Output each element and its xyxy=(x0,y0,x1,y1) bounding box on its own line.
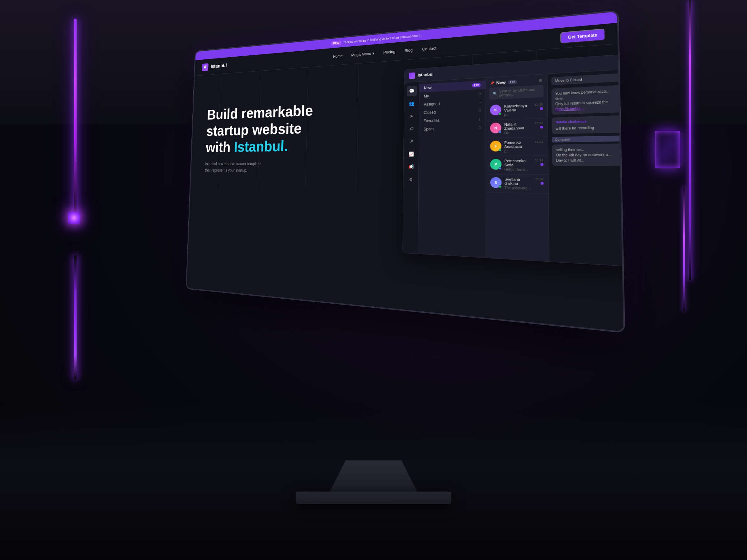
chat-list-panel: 📌 New 112 ⚙ 🔍 Search by chats and people… xyxy=(486,74,549,261)
chat-preview-1: p... xyxy=(504,112,532,117)
sidebar-icon-settings[interactable]: ⚙ xyxy=(406,174,416,185)
chat-time-1: 12:35 xyxy=(535,103,543,106)
neon-light-left-top xyxy=(74,19,77,221)
conv-new-badge: 112 xyxy=(472,83,481,87)
conv-closed-left: Closed xyxy=(423,110,436,115)
chat-info-2: Natalia Zhadanova Ok xyxy=(504,122,532,135)
chat-meta-4: 11:14 xyxy=(535,159,543,166)
conv-favorites-left: Favorites xyxy=(423,118,439,123)
chat-meta-1: 12:35 xyxy=(535,103,543,110)
message-bubble-2: Natalia Zhadanova will there be recordin… xyxy=(552,115,623,134)
avatar-5: S xyxy=(490,177,502,188)
unread-dot-4 xyxy=(540,163,543,166)
neon-light-left-bottom xyxy=(74,255,77,379)
sidebar-icon-speaker[interactable]: 📢 xyxy=(406,161,416,172)
nav-mega-menu[interactable]: Mega Menu ▾ xyxy=(351,51,375,58)
sidebar-icon-chat[interactable]: 💬 xyxy=(407,85,417,96)
get-template-button[interactable]: Get Template xyxy=(560,28,606,44)
status-dot-3 xyxy=(499,149,501,152)
chat-name-2: Natalia Zhadanova xyxy=(504,122,532,131)
chat-item-5[interactable]: S Svetlana Galkina The password is not c… xyxy=(486,175,548,194)
conv-my-count: 0 xyxy=(479,91,481,96)
status-dot-2 xyxy=(499,131,501,133)
conv-favorites-label: Favorites xyxy=(423,118,439,123)
hero-title-accent: Istanbul. xyxy=(234,137,288,155)
chat-item-3[interactable]: F Fomenko Anastasia p... 11:31 xyxy=(486,137,548,156)
banner-new-badge: NEW xyxy=(332,41,341,46)
conv-new-label: New xyxy=(424,85,432,90)
hero-content: Build remarkable startup website with Is… xyxy=(205,101,335,174)
message-sender-name: Natalia Zhadanova xyxy=(556,118,619,125)
avatar-3: F xyxy=(490,141,502,152)
gear-icon[interactable]: ⚙ xyxy=(538,78,542,83)
app-sidebar: 💬 👥 ➤ 🏷 ↗ 📈 📢 ⚙ xyxy=(403,82,419,254)
chat-list-title: 📌 New 112 xyxy=(490,79,517,86)
neon-light-right xyxy=(689,0,691,280)
chat-meta-2: 11:52 xyxy=(535,121,543,129)
sidebar-icon-send[interactable]: ➤ xyxy=(407,111,417,121)
chat-preview-3: p... xyxy=(504,149,532,153)
chat-meta-3: 11:31 xyxy=(535,140,543,145)
sidebar-icon-users[interactable]: 👥 xyxy=(407,98,417,109)
chat-item-4[interactable]: P Petrichenko Sofia Hello, I have... 11:… xyxy=(486,156,548,175)
conv-assigned-label: Assigned xyxy=(423,101,439,107)
neon-cube-left xyxy=(68,212,80,224)
avatar-2: N xyxy=(490,123,501,133)
chat-list-title-text: New xyxy=(496,80,506,85)
neon-light-right-bottom xyxy=(683,187,685,311)
right-chat-panel: Move to Closed You now know personal acc… xyxy=(547,70,623,266)
chat-name-5: Svetlana Galkina xyxy=(505,177,532,186)
wall-panel-right xyxy=(655,131,680,168)
chat-time-4: 11:14 xyxy=(535,159,543,162)
logo-icon: 🏛 xyxy=(202,63,208,71)
chat-info-1: Kalyuzhnaya Valeria p... xyxy=(504,103,532,117)
unread-dot-2 xyxy=(540,126,543,129)
avatar-4: P xyxy=(490,159,502,170)
conv-closed-count: 0 xyxy=(479,109,481,113)
nav-pricing[interactable]: Pricing xyxy=(383,49,395,55)
hero-section: Build remarkable startup website with Is… xyxy=(187,44,623,331)
chat-count-badge: 112 xyxy=(508,80,517,84)
sidebar-icon-forward[interactable]: ↗ xyxy=(406,136,416,146)
screen: NEW This banner helps in notifying visit… xyxy=(187,11,623,331)
status-dot-5 xyxy=(499,185,501,188)
conv-favorites-count: 1 xyxy=(479,117,481,121)
chat-search-bar[interactable]: 🔍 Search by chats and people... xyxy=(489,85,544,100)
app-body: 💬 👥 ➤ 🏷 ↗ 📈 📢 ⚙ xyxy=(403,70,623,266)
nav-contact[interactable]: Contact xyxy=(422,46,436,52)
logo-area: 🏛 Istanbul xyxy=(202,61,227,71)
status-dot-1 xyxy=(499,112,501,115)
chat-preview-4: Hello, I have... xyxy=(505,168,532,171)
avatar-1: K xyxy=(490,105,501,116)
chat-time-2: 11:52 xyxy=(535,121,543,125)
conv-my-label: My xyxy=(424,94,429,99)
message-2-text: will there be recording xyxy=(556,126,594,131)
chat-info-5: Svetlana Galkina The password is not c..… xyxy=(505,177,532,190)
monitor-base xyxy=(296,491,451,504)
hero-title-line2: startup website xyxy=(206,120,302,139)
search-placeholder-text: Search by chats and people... xyxy=(499,87,540,97)
conv-my-left: My xyxy=(424,94,429,99)
status-dot-4 xyxy=(499,167,501,170)
chat-item-1[interactable]: K Kalyuzhnaya Valeria p... 12:35 xyxy=(486,100,547,121)
sidebar-icon-label[interactable]: 🏷 xyxy=(406,124,416,134)
nav-blog[interactable]: Blog xyxy=(405,48,413,53)
chat-preview-5: The password is not c... xyxy=(505,186,532,190)
conv-spam-label: Spam xyxy=(423,127,434,131)
chat-new-icon: 📌 xyxy=(490,81,494,85)
chat-item-2[interactable]: N Natalia Zhadanova Ok 11:52 xyxy=(486,118,548,138)
chat-name-4: Petrichenko Sofia xyxy=(504,159,532,167)
message-bubble-1: You now know personal acco... time.Only … xyxy=(551,85,623,115)
conv-spam-item[interactable]: Spam 0 xyxy=(419,123,485,133)
nav-home[interactable]: Home xyxy=(333,54,343,59)
conv-spam-count: 0 xyxy=(479,126,481,130)
conv-assigned-count: 6 xyxy=(479,100,481,104)
sidebar-icon-chart[interactable]: 📈 xyxy=(406,149,416,159)
chat-preview-2: Ok xyxy=(504,130,532,135)
app-title: Istanbul xyxy=(418,72,434,77)
conversations-panel: New 112 My 0 xyxy=(418,78,486,258)
message-link[interactable]: https://istanbul... xyxy=(555,106,584,111)
move-to-closed-button[interactable]: Move to Closed xyxy=(551,73,622,85)
hero-title-line3: with Istanbul. xyxy=(206,137,288,155)
app-logo-icon xyxy=(409,72,415,79)
